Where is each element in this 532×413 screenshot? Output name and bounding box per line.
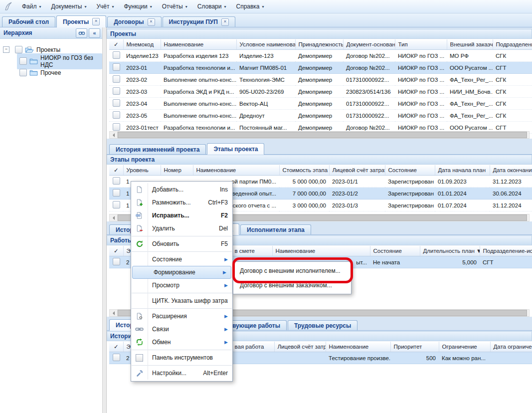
column-header[interactable]: Мнемокод (123, 39, 161, 50)
context-menu-item[interactable]: Расширения▶ (131, 310, 232, 323)
column-header[interactable]: Наименование (193, 165, 279, 176)
column-header[interactable]: Тип (395, 39, 447, 50)
column-header[interactable]: Состояние (385, 165, 435, 176)
panel-splitter[interactable] (102, 27, 107, 413)
tab[interactable]: Инструкции ПУП× (163, 16, 235, 27)
tab-close-icon[interactable]: × (221, 18, 229, 26)
menubar-item[interactable]: Документы▾ (46, 1, 92, 11)
tab[interactable]: Проекты× (56, 15, 106, 27)
column-header[interactable]: Номер (161, 165, 193, 176)
table-row[interactable]: 2023-05Выполнение опытно-конс...Дредноут… (109, 110, 532, 122)
column-header[interactable]: Подразделение (493, 39, 532, 50)
column-header[interactable]: Дата ограничени (490, 342, 532, 352)
row-checkbox[interactable] (113, 111, 120, 119)
collapse-panel-button[interactable]: « (89, 28, 100, 38)
tree-checkbox[interactable] (19, 57, 27, 65)
column-header[interactable]: ✓ (109, 342, 123, 352)
column-header[interactable]: Длительность план ▼ (420, 246, 480, 256)
projects-horizontal-scrollbar[interactable] (109, 131, 530, 139)
context-menu-item[interactable]: Связи▶ (131, 323, 232, 336)
tab[interactable]: Трудовые ресурсы (288, 320, 357, 330)
menubar-item[interactable]: Функции▾ (119, 1, 157, 11)
column-header[interactable]: Подразделение-испо (480, 246, 532, 256)
context-menu-item[interactable]: Просмотр▶ (131, 279, 232, 292)
row-checkbox[interactable] (113, 51, 120, 59)
tab[interactable]: Этапы проекта (207, 143, 264, 155)
context-menu-item[interactable]: Добавить...Ins (131, 183, 232, 196)
tab-close-icon[interactable]: × (92, 18, 100, 25)
row-checkbox[interactable] (113, 123, 120, 131)
scroll-left-button[interactable] (110, 214, 118, 221)
context-menu-item[interactable]: Формирование▶ (132, 266, 231, 279)
scroll-left-button[interactable] (110, 132, 118, 138)
menubar-item[interactable]: Файл▾ (17, 1, 46, 11)
page-gear-icon (131, 312, 148, 320)
column-header[interactable]: Принадлежность (295, 39, 343, 50)
row-checkbox[interactable] (113, 201, 120, 208)
context-menu-item[interactable]: Панель инструментов (131, 351, 232, 364)
context-menu-item[interactable]: УдалитьDel (131, 222, 232, 235)
row-checkbox[interactable] (113, 354, 120, 361)
row-checkbox[interactable] (113, 75, 120, 83)
column-header[interactable]: Условное наименова (236, 39, 295, 50)
table-cell: Магнит ПМ085-01 (236, 62, 295, 74)
column-header[interactable]: вая работа (231, 342, 274, 352)
row-checkbox[interactable] (113, 87, 120, 95)
table-cell: Выполнение опытно-конс... (161, 74, 236, 86)
tab[interactable]: История изменений проекта (109, 144, 206, 154)
column-header[interactable]: Состояние (370, 246, 420, 256)
column-header[interactable]: Лицевой счёт затрат. (329, 165, 385, 176)
column-header[interactable]: Лицевой счёт затр (274, 342, 326, 352)
context-menu-item[interactable]: Размножить...Ctrl+F3 (131, 196, 232, 209)
context-menu-item[interactable]: Исправить...F2 (131, 209, 232, 222)
tree-expander-icon[interactable]: − (3, 46, 9, 53)
tab[interactable]: Рабочий стол (2, 16, 55, 27)
tree-item[interactable]: НИОКР по ГОЗ без НДС (0, 55, 102, 67)
column-header[interactable]: ✓ (109, 246, 123, 256)
table-row[interactable]: 2023-03Разработка ЭКД и РКД н...905-U020… (109, 86, 532, 98)
column-header[interactable]: ✓ (109, 165, 123, 176)
table-row[interactable]: 2023-01Разработка технологии и...Магнит … (109, 62, 532, 74)
column-header[interactable]: Документ-основан (343, 39, 395, 50)
table-row[interactable]: Изделие123Разработка изделия 123Изделие-… (109, 50, 532, 62)
tab[interactable]: Договоры× (107, 16, 161, 27)
row-checkbox[interactable] (113, 189, 120, 197)
column-header[interactable]: Внешний заказчик (447, 39, 493, 50)
scrollbar-thumb[interactable] (118, 132, 527, 138)
column-header[interactable]: Приоритет (390, 342, 439, 352)
column-header[interactable]: Наименование (161, 39, 236, 50)
menubar-item[interactable]: Словари▾ (192, 1, 231, 11)
row-checkbox[interactable] (113, 177, 120, 185)
context-menu-item[interactable]: Настройки...Alt+Enter (131, 367, 232, 380)
context-menu-item[interactable]: ОбновитьF5 (131, 237, 232, 250)
column-header[interactable]: ✓ (109, 39, 123, 50)
context-menu-item[interactable]: Обмен▶ (131, 336, 232, 349)
column-header[interactable]: в смете (231, 246, 272, 256)
menubar-item[interactable]: Отчёты▾ (157, 1, 192, 11)
table-row[interactable]: 2023-04Выполнение опытно-конс...Вектор-А… (109, 98, 532, 110)
row-checkbox[interactable] (113, 258, 120, 265)
tab-close-icon[interactable]: × (148, 18, 155, 26)
search-button[interactable] (76, 28, 87, 38)
menu-shortcut: Alt+Enter (199, 370, 228, 377)
menubar-item[interactable]: Учёт▾ (91, 1, 119, 11)
tree-checkbox[interactable] (15, 46, 22, 53)
column-header[interactable]: Дата начала план (435, 165, 490, 176)
row-checkbox[interactable] (113, 63, 120, 71)
row-checkbox[interactable] (113, 99, 120, 107)
column-header[interactable]: Уровень (123, 165, 161, 176)
tree-checkbox[interactable] (19, 69, 27, 76)
column-header[interactable]: Наименование (272, 246, 370, 256)
column-header[interactable]: Дата окончани (490, 165, 532, 176)
table-row[interactable]: 2023-02Выполнение опытно-конс...Технолог… (109, 74, 532, 86)
context-menu-item[interactable]: Состояние▶ (131, 253, 232, 266)
scroll-left-button[interactable] (110, 310, 118, 316)
context-menu-item[interactable]: ЦИТК. Указать шифр затрат... (131, 294, 232, 307)
tab-label: Трудовые ресурсы (294, 322, 351, 329)
page-minus-icon (131, 224, 148, 232)
column-header[interactable]: Наименование (326, 342, 390, 352)
column-header[interactable]: Стоимость этапа (279, 165, 329, 176)
column-header[interactable]: Ограничение (439, 342, 490, 352)
menubar-item[interactable]: Справка▾ (231, 1, 269, 11)
tab[interactable]: Исполнители этапа (240, 224, 311, 234)
